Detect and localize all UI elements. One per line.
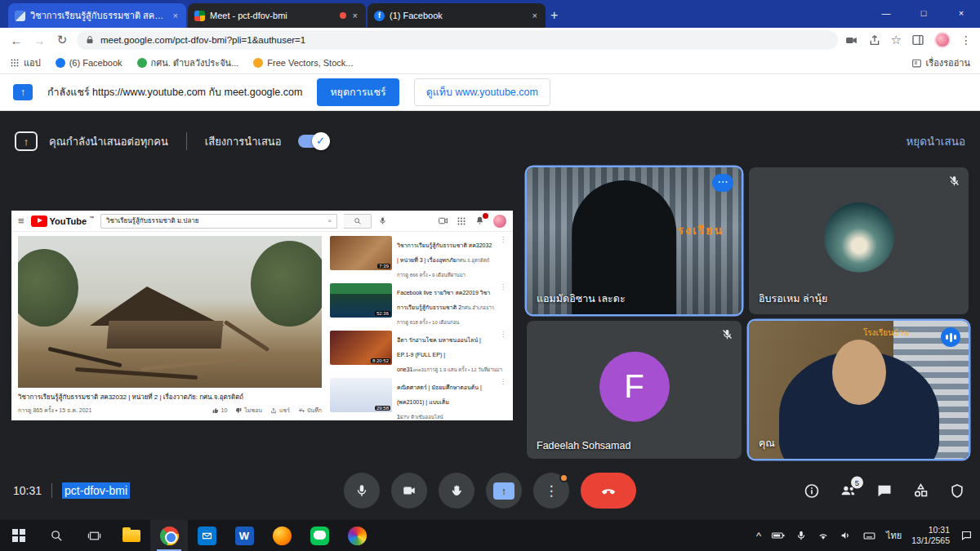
camera-button[interactable] <box>391 473 427 509</box>
meet-main-area: ↑ คุณกำลังนำเสนอต่อทุกคน เสียงการนำเสนอ … <box>0 111 980 520</box>
participant-name: Fadeelah Sohsamad <box>537 440 630 451</box>
tray-expand-caret[interactable]: ^ <box>756 530 761 542</box>
browser-menu-icon[interactable]: ⋮ <box>960 33 972 47</box>
reload-icon[interactable]: ↻ <box>54 33 70 47</box>
view-shared-tab-button[interactable]: ดูแท็บ www.youtube.com <box>414 78 550 106</box>
taskbar-clock[interactable]: 10:31 13/1/2565 <box>911 525 950 546</box>
host-controls-button[interactable] <box>949 482 965 499</box>
volume-icon[interactable] <box>840 529 853 542</box>
facebook-favicon: f <box>374 11 385 21</box>
tab-close-icon[interactable]: × <box>531 11 539 20</box>
storm-scene-debris <box>48 347 122 368</box>
video-thumbnail: 29:58 <box>330 378 392 412</box>
presentation-audio-toggle[interactable]: ✓ <box>298 135 327 148</box>
meeting-details-button[interactable] <box>804 482 820 499</box>
task-view-button[interactable] <box>75 520 113 551</box>
youtube-header-icons <box>438 215 506 228</box>
stop-sharing-button[interactable]: หยุดการแชร์ <box>317 78 399 106</box>
end-call-button[interactable] <box>581 473 636 509</box>
taskbar-search-button[interactable] <box>38 520 75 551</box>
mail-taskbar-button[interactable] <box>188 520 225 551</box>
call-controls: ↑ ⋮ <box>344 473 636 509</box>
touch-keyboard-icon[interactable] <box>862 529 876 543</box>
reading-list-button[interactable]: เรื่องรออ่าน <box>911 56 970 70</box>
wifi-icon[interactable] <box>817 529 830 542</box>
tab-close-icon[interactable]: × <box>172 11 180 20</box>
tab-facebook[interactable]: f (1) Facebook × <box>368 3 546 28</box>
meeting-code: pct-dfov-bmi <box>62 482 130 499</box>
side-panel-icon[interactable] <box>911 33 924 47</box>
video-thumbnail: 8:20:52 <box>330 331 392 365</box>
participant-count-badge: 5 <box>851 477 863 489</box>
forward-icon[interactable]: → <box>31 33 47 47</box>
chrome-taskbar-button[interactable] <box>150 520 188 551</box>
participant-tile-3[interactable]: F Fadeelah Sohsamad <box>527 321 742 459</box>
video-meta-row: การดู 865 ครั้ง • 15 ธ.ค. 2021 10 ไม่ชอบ <box>18 406 322 415</box>
line-icon <box>310 527 329 545</box>
firefox-taskbar-button[interactable] <box>263 520 301 551</box>
chat-button[interactable] <box>876 482 893 499</box>
notifications-bell-icon <box>474 216 485 226</box>
tab-share-icon: ↑ <box>13 84 33 100</box>
line-taskbar-button[interactable] <box>301 520 338 551</box>
windows-taskbar: W ^ ไทย 10:31 13/1/2565 <box>0 520 980 551</box>
participant-avatar <box>824 202 894 273</box>
presentation-audio-label: เสียงการนำเสนอ <box>205 133 282 150</box>
tab-meet-active[interactable]: Meet - pct-dfov-bmi × <box>188 3 366 28</box>
row-menu-icon: ⋮ <box>500 331 506 375</box>
word-taskbar-button[interactable]: W <box>225 520 263 551</box>
sharing-message: กำลังแชร์ https://www.youtube.com กับ me… <box>47 84 302 100</box>
participants-button[interactable]: 5 <box>840 482 857 500</box>
window-minimize-button[interactable]: — <box>867 0 905 26</box>
tray-date: 13/1/2565 <box>911 535 950 546</box>
storm-scene-roof <box>90 287 225 326</box>
back-icon[interactable]: ← <box>8 33 24 47</box>
media-recording-indicator <box>340 12 346 19</box>
action-center-icon[interactable] <box>960 529 973 543</box>
task-view-icon <box>87 529 101 543</box>
youtube-search-input: × <box>100 214 337 229</box>
profile-avatar[interactable] <box>934 32 951 48</box>
participant-tile-2[interactable]: อิบรอเหม ล่านุ้ย <box>749 167 969 314</box>
activities-button[interactable] <box>912 482 929 500</box>
language-indicator[interactable]: ไทย <box>886 528 902 543</box>
tab-close-icon[interactable]: × <box>351 11 359 20</box>
screen: วิชาการเรียนรู้สู้กับธรรมชาติ สค3... × M… <box>0 0 980 551</box>
window-maximize-button[interactable]: □ <box>905 0 942 26</box>
share-icon[interactable] <box>868 33 881 47</box>
shared-screen-preview[interactable]: ≡ YouTube ™ × <box>11 211 513 420</box>
battery-icon[interactable] <box>771 528 786 543</box>
new-tab-button[interactable]: + <box>550 8 558 23</box>
participant-name: แอมมัดอิซาน เละดะ <box>537 291 626 307</box>
url-text: meet.google.com/pct-dfov-bmi?pli=1&authu… <box>100 35 305 45</box>
bookmark-star-icon[interactable]: ☆ <box>891 33 902 47</box>
more-options-button[interactable]: ⋮ <box>533 473 569 509</box>
stop-presenting-link[interactable]: หยุดนำเสนอ <box>906 132 965 150</box>
photos-taskbar-button[interactable] <box>338 520 376 551</box>
address-bar[interactable]: meet.google.com/pct-dfov-bmi?pli=1&authu… <box>77 30 838 50</box>
clear-search-icon: × <box>327 217 332 224</box>
apps-label: แอป <box>24 56 41 70</box>
file-explorer-button[interactable] <box>113 520 150 551</box>
mic-button[interactable] <box>344 473 380 509</box>
storm-scene-tree <box>251 241 322 327</box>
raise-hand-button[interactable] <box>439 473 474 509</box>
bookmark-ksn[interactable]: กศน. ตำบลวังประจัน... <box>137 56 239 70</box>
bookmark-facebook[interactable]: (6) Facebook <box>56 58 122 68</box>
start-button[interactable] <box>0 520 38 551</box>
apps-shortcut[interactable]: แอป <box>10 56 41 70</box>
search-icon <box>50 529 64 543</box>
create-video-icon <box>438 216 448 226</box>
tray-mic-icon[interactable] <box>795 530 807 541</box>
bookmark-freevectors[interactable]: Free Vectors, Stock... <box>253 58 353 68</box>
camera-in-use-icon[interactable] <box>844 33 858 47</box>
browser-toolbar: ← → ↻ meet.google.com/pct-dfov-bmi?pli=1… <box>0 28 980 52</box>
participant-tile-1[interactable]: โรงเรียน ⋯ แอมมัดอิซาน เละดะ <box>527 167 742 314</box>
youtube-play-icon <box>31 216 47 227</box>
tile-more-options-button[interactable]: ⋯ <box>712 174 733 192</box>
tab-lesson-video[interactable]: วิชาการเรียนรู้สู้กับธรรมชาติ สค3... × <box>8 3 186 28</box>
window-close-button[interactable]: × <box>942 0 980 26</box>
participant-tile-self[interactable]: โรงเรียนบ้าน คุณ <box>749 321 969 459</box>
present-button[interactable]: ↑ <box>486 473 522 509</box>
notification-badge <box>483 213 488 219</box>
